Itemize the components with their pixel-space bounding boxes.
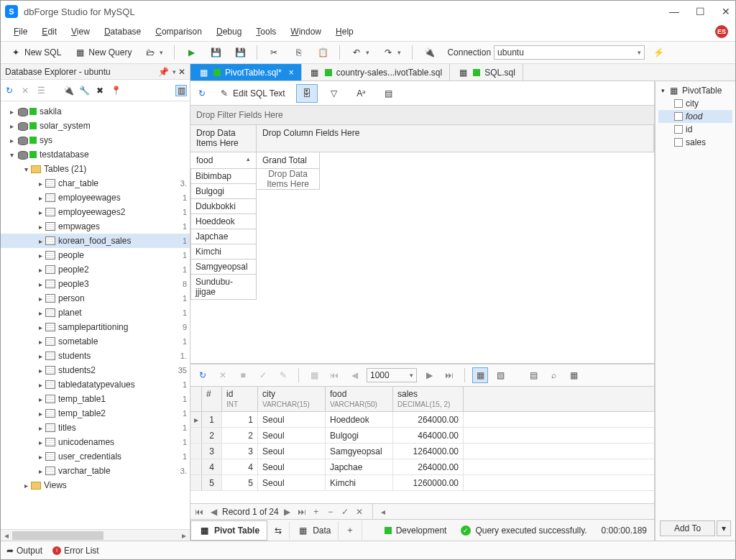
pivot-row-Samgyeopsal[interactable]: Samgyeopsal (190, 260, 257, 275)
table-node-planet[interactable]: ▸planet1 (1, 306, 190, 320)
data-grid[interactable]: # idINT cityVARCHAR(15) foodVARCHAR(50) … (190, 387, 654, 503)
pivot-row-Ddukbokki[interactable]: Ddukbokki (190, 199, 257, 214)
drop-data-header[interactable]: Drop Data Items Here (190, 125, 257, 152)
grid-first-icon[interactable]: ⏮ (326, 367, 342, 383)
menu-debug[interactable]: Debug (211, 25, 247, 38)
menu-database[interactable]: Database (98, 25, 147, 38)
maximize-button[interactable]: ☐ (695, 6, 705, 17)
new-connection-icon[interactable]: 🔌 (63, 85, 74, 96)
execute-button[interactable]: ⚡ (648, 44, 669, 61)
drop-data-center[interactable]: Drop Data Items Here (257, 169, 320, 190)
table-node-people3[interactable]: ▸people38 (1, 277, 190, 291)
close-button[interactable]: ✕ (721, 6, 731, 17)
window-mode-icon[interactable]: ▥ (175, 85, 187, 96)
datasource-button[interactable]: 🗄 (296, 84, 318, 103)
horizontal-scrollbar[interactable]: ◂ ▸ (1, 529, 190, 541)
add-to-button[interactable]: Add To (660, 520, 715, 536)
pivot-row-Hoeddeok[interactable]: Hoeddeok (190, 214, 257, 229)
grid-refresh-icon[interactable]: ↻ (195, 367, 211, 383)
grid-row[interactable]: 33SeoulSamgyeopsal1264000.00 (190, 444, 654, 459)
paste-button[interactable]: 📋 (312, 44, 334, 61)
drop-columns-area[interactable]: Drop Column Fields Here (257, 125, 654, 152)
nav-remove-icon[interactable]: − (325, 507, 336, 517)
grid-view-grid-icon[interactable]: ▦ (472, 367, 488, 383)
menu-window[interactable]: Window (285, 25, 327, 38)
nav-first-icon[interactable]: ⏮ (193, 507, 205, 517)
tab-data[interactable]: ▦Data (290, 521, 339, 540)
copy-button[interactable]: ⎘ (288, 44, 309, 61)
undo-button[interactable]: ↶▾ (346, 44, 374, 61)
tab-country-sales...ivotTable.sql[interactable]: ▦country-sales...ivotTable.sql (302, 64, 450, 81)
nav-last-icon[interactable]: ⏭ (296, 507, 308, 517)
tab-close-icon[interactable]: × (289, 68, 294, 78)
field-food[interactable]: food (658, 110, 732, 123)
table-node-person[interactable]: ▸person1 (1, 291, 190, 306)
table-node-unicodenames[interactable]: ▸unicodenames1 (1, 435, 190, 449)
grid-cancel-icon[interactable]: ✕ (215, 367, 231, 383)
grid-chart-icon[interactable]: ▤ (525, 367, 541, 383)
field-city[interactable]: city (658, 97, 732, 110)
col-city[interactable]: cityVARCHAR(15) (258, 387, 326, 411)
table-node-titles[interactable]: ▸titles1 (1, 421, 190, 435)
menu-comparison[interactable]: Comparison (150, 25, 208, 38)
grid-view-card-icon[interactable]: ▧ (492, 367, 508, 383)
table-node-employeewages[interactable]: ▸employeewages1 (1, 191, 190, 205)
grid-row[interactable]: 55SeoulKimchi1260000.00 (190, 475, 654, 491)
grid-last-icon[interactable]: ⏭ (441, 367, 457, 383)
field-id[interactable]: id (658, 123, 732, 136)
layout-button[interactable]: ▤ (378, 84, 400, 103)
grid-next-icon[interactable]: ▶ (421, 367, 437, 383)
grid-row[interactable]: 22SeoulBulgogi464000.00 (190, 428, 654, 444)
disconnect-icon[interactable]: ✖ (94, 85, 106, 96)
tab-SQL.sql[interactable]: ▦SQL.sql (450, 64, 523, 81)
save-all-button[interactable]: 💾 (229, 44, 251, 61)
nav-next-icon[interactable]: ▶ (282, 507, 293, 517)
menu-tools[interactable]: Tools (250, 25, 282, 38)
panel-close-icon[interactable]: ✕ (178, 67, 185, 77)
properties-icon[interactable]: ☰ (35, 85, 47, 96)
table-node-korean_food_sales[interactable]: ▸korean_food_sales1 (1, 234, 190, 248)
menu-view[interactable]: View (65, 25, 96, 38)
col-sales[interactable]: salesDECIMAL(15, 2) (393, 387, 464, 411)
grid-pagesize[interactable]: 1000▾ (367, 368, 417, 382)
filter-icon[interactable]: 🔧 (78, 85, 90, 96)
tables-folder[interactable]: ▾Tables (21) (1, 162, 190, 176)
db-node-sys[interactable]: ▸sys (1, 133, 190, 147)
connect-button[interactable]: 🔌 (418, 44, 440, 61)
db-node-sakila[interactable]: ▸sakila (1, 104, 190, 119)
table-node-students[interactable]: ▸students1. (1, 349, 190, 363)
db-node-testdatabase[interactable]: ▾testdatabase (1, 147, 190, 162)
database-tree[interactable]: ▸sakila▸solar_system▸sys▾testdatabase▾Ta… (1, 101, 190, 529)
delete-icon[interactable]: ✕ (19, 85, 31, 96)
grid-export-icon[interactable]: ▦ (566, 367, 581, 383)
col-number[interactable]: # (202, 387, 222, 411)
pivot-row-Bibimbap[interactable]: Bibimbap (190, 169, 257, 184)
grid-search-icon[interactable]: ⌕ (546, 367, 561, 383)
new-query-button[interactable]: ▦New Query (69, 44, 137, 61)
redo-button[interactable]: ↷▾ (377, 44, 406, 61)
pin-selection-icon[interactable]: 📍 (110, 85, 121, 96)
output-tab[interactable]: ➦Output (6, 546, 42, 556)
drop-filter-area[interactable]: Drop Filter Fields Here (190, 106, 654, 125)
grid-prev-icon[interactable]: ◀ (346, 367, 362, 383)
table-node-varchar_table[interactable]: ▸varchar_table3. (1, 464, 190, 478)
es-badge-icon[interactable]: ES (715, 25, 728, 38)
table-node-empwages[interactable]: ▸empwages1 (1, 219, 190, 234)
cut-button[interactable]: ✂ (263, 44, 285, 61)
pivot-row-Bulgogi[interactable]: Bulgogi (190, 184, 257, 199)
play-button[interactable]: ▶ (180, 44, 202, 61)
pivot-row-Sundubu-jjigae[interactable]: Sundubu-jjigae (190, 275, 257, 300)
menu-edit[interactable]: Edit (36, 25, 63, 38)
grid-commit-icon[interactable]: ✓ (255, 367, 271, 383)
open-button[interactable]: 🗁▾ (139, 44, 168, 61)
table-node-tabledatatypevalues[interactable]: ▸tabledatatypevalues1 (1, 377, 190, 392)
new-sql-button[interactable]: ✦New SQL (5, 44, 66, 61)
tab-pivot-table[interactable]: ▦Pivot Table (190, 520, 267, 541)
table-node-temp_table1[interactable]: ▸temp_table11 (1, 392, 190, 406)
tab-swap[interactable]: ⇆ (267, 522, 290, 539)
nav-prev-icon[interactable]: ◀ (208, 507, 219, 517)
col-food[interactable]: foodVARCHAR(50) (326, 387, 393, 411)
table-node-employeewages2[interactable]: ▸employeewages21 (1, 205, 190, 219)
nav-add-icon[interactable]: + (310, 507, 322, 517)
views-folder[interactable]: ▸Views (1, 478, 190, 492)
